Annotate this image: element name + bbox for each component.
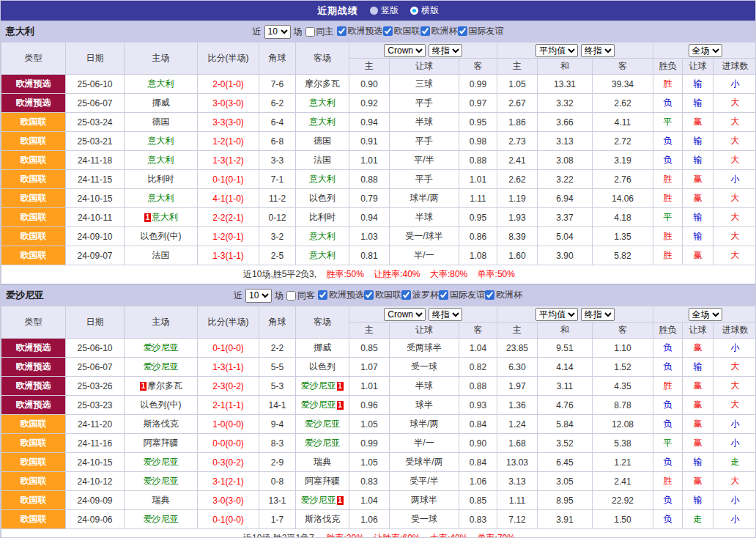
scope-select[interactable]: 全场	[689, 44, 722, 57]
score-cell[interactable]: 0-0(0-0)	[198, 434, 259, 453]
competition-checkbox[interactable]	[439, 290, 448, 300]
team-link[interactable]: 以色列	[309, 193, 336, 203]
team-link[interactable]: 斯洛伐克	[144, 419, 179, 429]
team-link[interactable]: 爱沙尼亚	[144, 361, 179, 372]
team-link[interactable]: 德国	[152, 117, 170, 127]
team-link[interactable]: 比利时	[309, 212, 336, 222]
competition-option[interactable]: 国际友谊	[439, 289, 485, 301]
score-cell[interactable]: 1-3(1-1)	[198, 358, 259, 377]
score-cell[interactable]: 3-1(2-1)	[198, 472, 259, 491]
odds-stage-select[interactable]: 终指	[429, 308, 462, 321]
score-cell[interactable]: 3-3(3-0)	[198, 113, 259, 132]
team-link[interactable]: 意大利	[309, 174, 336, 184]
recent-count-select[interactable]: 10	[245, 289, 272, 303]
score-cell[interactable]: 0-3(0-2)	[198, 453, 259, 472]
same-venue-option[interactable]: 同主	[305, 26, 334, 38]
score-cell[interactable]: 1-2(0-1)	[198, 227, 259, 246]
score-cell[interactable]: 3-0(3-0)	[198, 491, 259, 510]
competition-checkbox[interactable]	[318, 290, 327, 300]
team-link[interactable]: 以色列(中)	[141, 231, 182, 241]
team-link[interactable]: 阿塞拜疆	[144, 438, 179, 448]
team-link[interactable]: 爱沙尼亚	[305, 438, 340, 448]
team-link[interactable]: 挪威	[152, 97, 170, 108]
team-link[interactable]: 法国	[152, 250, 170, 260]
recent-count-select[interactable]: 10	[264, 25, 291, 39]
score-cell[interactable]: 1-2(1-0)	[198, 132, 259, 151]
avg-stage-select[interactable]: 终指	[581, 44, 615, 57]
team-link[interactable]: 德国	[314, 136, 331, 146]
team-link[interactable]: 摩尔多瓦	[147, 380, 182, 391]
team-link[interactable]: 意大利	[309, 250, 336, 260]
team-link[interactable]: 爱沙尼亚	[144, 342, 179, 353]
competition-checkbox[interactable]	[458, 26, 467, 36]
avg-stage-select[interactable]: 终指	[581, 308, 615, 321]
team-link[interactable]: 爱沙尼亚	[301, 399, 336, 410]
odds-away-cell: 0.88	[459, 151, 497, 170]
competition-option[interactable]: 欧洲杯	[420, 25, 458, 37]
team-link[interactable]: 爱沙尼亚	[305, 419, 340, 429]
scope-select[interactable]: 全场	[689, 308, 722, 321]
competition-option[interactable]: 欧洲杯	[485, 289, 522, 301]
competition-option[interactable]: 欧洲预选	[337, 25, 383, 37]
avg-select[interactable]: 平均值	[536, 308, 578, 321]
competition-checkbox[interactable]	[420, 26, 430, 36]
team-link[interactable]: 爱沙尼亚	[144, 514, 179, 524]
team-link[interactable]: 爱沙尼亚	[301, 380, 336, 391]
score-cell[interactable]: 1-3(1-2)	[198, 151, 259, 170]
competition-checkbox[interactable]	[364, 290, 374, 300]
same-venue-checkbox[interactable]	[286, 291, 296, 301]
competition-option[interactable]: 国际友谊	[458, 25, 504, 37]
competition-option[interactable]: 欧国联	[383, 25, 420, 37]
score-cell[interactable]: 1-0(0-0)	[198, 415, 259, 434]
score-cell[interactable]: 2-1(1-1)	[198, 396, 259, 415]
team-link[interactable]: 阿塞拜疆	[305, 476, 340, 486]
competition-checkbox[interactable]	[383, 26, 393, 36]
team-link[interactable]: 以色列	[309, 361, 336, 372]
competition-option[interactable]: 波罗杯	[401, 289, 439, 301]
score-cell[interactable]: 1-3(1-1)	[198, 246, 259, 265]
team-link[interactable]: 意大利	[148, 136, 174, 146]
team-link[interactable]: 爱沙尼亚	[144, 457, 179, 467]
bookmaker-select[interactable]: Crown	[384, 44, 426, 57]
team-link[interactable]: 意大利	[309, 97, 336, 108]
score-cell[interactable]: 0-1(0-0)	[198, 339, 259, 358]
score-cell[interactable]: 2-2(2-1)	[198, 208, 259, 227]
team-link[interactable]: 瑞典	[314, 457, 331, 467]
layout-option-horizontal[interactable]: 横版	[410, 4, 439, 17]
competition-checkbox[interactable]	[485, 290, 494, 300]
competition-option[interactable]: 欧洲预选	[318, 289, 364, 301]
team-link[interactable]: 瑞典	[152, 495, 170, 505]
same-venue-option[interactable]: 同客	[286, 290, 315, 302]
competition-checkbox[interactable]	[337, 26, 346, 36]
team-link[interactable]: 挪威	[314, 342, 331, 353]
layout-option-vertical[interactable]: 竖版	[370, 4, 399, 17]
team-link[interactable]: 摩尔多瓦	[305, 78, 340, 89]
odds-stage-select[interactable]: 终指	[429, 44, 462, 57]
avg-select[interactable]: 平均值	[536, 44, 578, 57]
score-cell[interactable]: 2-0(1-0)	[198, 75, 259, 94]
team-link[interactable]: 爱沙尼亚	[144, 476, 179, 486]
competition-checkbox[interactable]	[401, 290, 411, 300]
team-link[interactable]: 意大利	[148, 193, 174, 203]
score-cell[interactable]: 3-0(3-0)	[198, 94, 259, 113]
team-link[interactable]: 意大利	[309, 231, 336, 241]
score-cell[interactable]: 2-3(0-2)	[198, 377, 259, 396]
same-venue-checkbox[interactable]	[305, 27, 315, 37]
team-link[interactable]: 意大利	[309, 117, 336, 127]
corner-cell: 3-3	[259, 151, 296, 170]
bookmaker-select[interactable]: Crown	[384, 308, 426, 321]
team-link[interactable]: 爱沙尼亚	[301, 495, 336, 505]
competition-option[interactable]: 欧国联	[364, 289, 401, 301]
score-cell[interactable]: 4-1(1-0)	[198, 189, 259, 208]
home-team-cell: 1摩尔多瓦	[125, 377, 198, 396]
team-link[interactable]: 意大利	[148, 155, 174, 165]
team-link[interactable]: 斯洛伐克	[305, 514, 340, 524]
team-link[interactable]: 以色列(中)	[141, 399, 182, 410]
result-goals-cell: 小	[714, 415, 756, 434]
score-cell[interactable]: 0-1(0-0)	[198, 510, 259, 529]
team-link[interactable]: 比利时	[148, 174, 174, 184]
team-link[interactable]: 意大利	[152, 212, 178, 222]
score-cell[interactable]: 0-1(0-1)	[198, 170, 259, 189]
team-link[interactable]: 意大利	[148, 78, 174, 89]
team-link[interactable]: 法国	[314, 155, 331, 165]
